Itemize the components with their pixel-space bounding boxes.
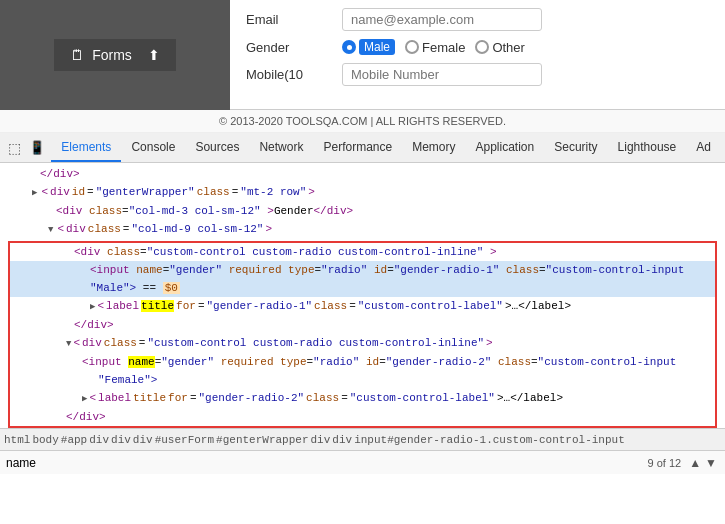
breadcrumb-div3[interactable]: div — [133, 434, 153, 446]
breadcrumb-div2[interactable]: div — [111, 434, 131, 446]
radio-male-dot — [342, 40, 356, 54]
search-count: 9 of 12 — [648, 457, 682, 469]
triangle-r6[interactable]: ▼ — [66, 336, 71, 352]
code-line-3[interactable]: <div class="col-md-3 col-sm-12" >Gender<… — [0, 202, 725, 220]
red-line-8[interactable]: "Female"> — [10, 371, 715, 389]
upload-icon: ⬆ — [148, 47, 160, 63]
breadcrumb-body[interactable]: body — [32, 434, 58, 446]
red-line-7[interactable]: <input name="gender" required type="radi… — [10, 353, 715, 371]
radio-other-dot — [475, 40, 489, 54]
forms-icon: 🗒 — [70, 47, 84, 63]
breadcrumb-html[interactable]: html — [4, 434, 30, 446]
breadcrumb-div5[interactable]: div — [332, 434, 352, 446]
mobile-row: Mobile(10 — [246, 59, 709, 90]
devtools-tab-bar: ⬚ 📱 Elements Console Sources Network Per… — [0, 133, 725, 163]
search-input[interactable] — [6, 456, 648, 470]
radio-male-label: Male — [359, 39, 395, 55]
triangle-4[interactable]: ▼ — [48, 222, 53, 238]
tab-elements[interactable]: Elements — [51, 134, 121, 162]
breadcrumb-genterwrapper[interactable]: #genterWrapper — [216, 434, 308, 446]
form-content: Email Gender Male Female Other — [230, 0, 725, 94]
red-line-2[interactable]: <input name="gender" required type="radi… — [10, 261, 715, 279]
breadcrumb-input[interactable]: input#gender-radio-1.custom-control-inpu… — [354, 434, 625, 446]
radio-other[interactable]: Other — [475, 40, 525, 55]
tab-ad[interactable]: Ad — [686, 134, 721, 162]
search-next-btn[interactable]: ▼ — [703, 456, 719, 470]
radio-female[interactable]: Female — [405, 40, 465, 55]
tab-network[interactable]: Network — [249, 134, 313, 162]
tab-sources[interactable]: Sources — [185, 134, 249, 162]
triangle-r4[interactable]: ▶ — [90, 299, 95, 315]
tab-performance[interactable]: Performance — [313, 134, 402, 162]
red-line-1[interactable]: <div class="custom-control custom-radio … — [10, 243, 715, 261]
top-area: 🗒 Forms ⬆ Email Gender Male — [0, 0, 725, 110]
code-line-2[interactable]: ▶ <div id="genterWrapper" class="mt-2 ro… — [0, 183, 725, 202]
radio-female-dot — [405, 40, 419, 54]
search-prev-btn[interactable]: ▲ — [687, 456, 703, 470]
breadcrumb-div4[interactable]: div — [311, 434, 331, 446]
tab-security[interactable]: Security — [544, 134, 607, 162]
red-line-9[interactable]: ▶ <label title for="gender-radio-2" clas… — [10, 389, 715, 408]
red-line-10[interactable]: </div> — [10, 408, 715, 426]
tab-memory[interactable]: Memory — [402, 134, 465, 162]
email-row: Email — [246, 4, 709, 35]
mobile-input[interactable] — [342, 63, 542, 86]
red-line-3[interactable]: "Male"> == $0 — [10, 279, 715, 297]
code-line-1[interactable]: </div> — [0, 165, 725, 183]
tab-console[interactable]: Console — [121, 134, 185, 162]
mobile-label: Mobile(10 — [246, 67, 326, 82]
code-line-4[interactable]: ▼ <div class="col-md-9 col-sm-12" > — [0, 220, 725, 239]
radio-group: Male Female Other — [342, 39, 525, 55]
red-line-6[interactable]: ▼ <div class="custom-control custom-radi… — [10, 334, 715, 353]
triangle-r9[interactable]: ▶ — [82, 391, 87, 407]
devtools-cursor-icon[interactable]: ⬚ — [4, 137, 26, 159]
copyright: © 2013-2020 TOOLSQA.COM | ALL RIGHTS RES… — [0, 110, 725, 133]
triangle-2[interactable]: ▶ — [32, 185, 37, 201]
breadcrumb-app[interactable]: #app — [61, 434, 87, 446]
radio-male[interactable]: Male — [342, 39, 395, 55]
gender-label: Gender — [246, 40, 326, 55]
breadcrumb-bar: html body #app div div div #userForm #ge… — [0, 428, 725, 450]
devtools-device-icon[interactable]: 📱 — [26, 137, 48, 159]
tab-application[interactable]: Application — [466, 134, 545, 162]
search-bar: 9 of 12 ▲ ▼ — [0, 450, 725, 474]
devtools-content: </div> ▶ <div id="genterWrapper" class="… — [0, 163, 725, 428]
gender-row: Gender Male Female Other — [246, 35, 709, 59]
left-sidebar: 🗒 Forms ⬆ — [0, 0, 230, 110]
breadcrumb-userform[interactable]: #userForm — [155, 434, 214, 446]
red-line-5[interactable]: </div> — [10, 316, 715, 334]
radio-female-label: Female — [422, 40, 465, 55]
email-input[interactable] — [342, 8, 542, 31]
forms-label: Forms — [92, 47, 132, 63]
red-line-4[interactable]: ▶ <label title for="gender-radio-1" clas… — [10, 297, 715, 316]
breadcrumb-div1[interactable]: div — [89, 434, 109, 446]
red-border-section: <div class="custom-control custom-radio … — [8, 241, 717, 428]
radio-other-label: Other — [492, 40, 525, 55]
email-label: Email — [246, 12, 326, 27]
forms-button[interactable]: 🗒 Forms ⬆ — [54, 39, 176, 71]
tab-lighthouse[interactable]: Lighthouse — [608, 134, 687, 162]
